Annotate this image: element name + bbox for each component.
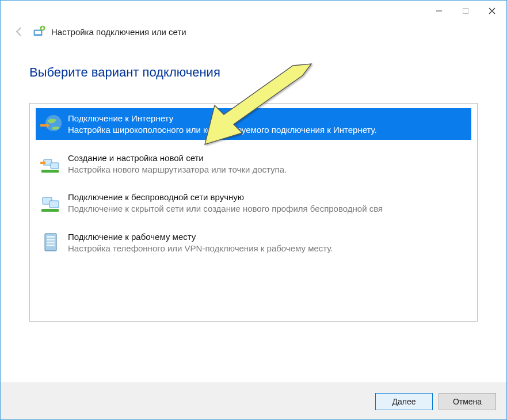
- wizard-window: Настройка подключения или сети Выберите …: [0, 0, 507, 420]
- option-title: Подключение к Интернету: [68, 113, 468, 124]
- svg-rect-17: [47, 236, 55, 238]
- globe-icon: [39, 112, 63, 136]
- svg-rect-18: [47, 239, 55, 240]
- option-title: Подключение к беспроводной сети вручную: [68, 192, 468, 203]
- back-button[interactable]: [11, 24, 27, 40]
- router-icon: [39, 151, 63, 175]
- option-desc: Настройка телефонного или VPN-подключени…: [68, 243, 468, 254]
- wizard-icon: [33, 25, 45, 38]
- option-desc: Настройка широкополосного или коммутируе…: [68, 124, 468, 136]
- header: Настройка подключения или сети: [1, 21, 506, 48]
- content: Выберите вариант подключения Подключение…: [1, 48, 506, 322]
- page-heading: Выберите вариант подключения: [29, 65, 478, 80]
- option-new-network[interactable]: Создание и настройка новой сети Настройк…: [36, 148, 471, 180]
- close-button[interactable]: [479, 2, 505, 20]
- option-title: Подключение к рабочему месту: [68, 231, 468, 243]
- options-list: Подключение к Интернету Настройка широко…: [29, 103, 478, 322]
- svg-rect-11: [51, 163, 59, 169]
- option-workplace[interactable]: Подключение к рабочему месту Настройка т…: [36, 227, 471, 258]
- option-title: Создание и настройка новой сети: [68, 152, 468, 164]
- option-desc: Подключение к скрытой сети или создание …: [68, 203, 468, 215]
- svg-rect-14: [49, 201, 59, 208]
- svg-rect-15: [41, 209, 59, 212]
- next-button[interactable]: Далее: [375, 393, 433, 410]
- maximize-button[interactable]: [452, 2, 479, 20]
- wizard-title: Настройка подключения или сети: [51, 27, 186, 37]
- svg-rect-12: [41, 170, 59, 173]
- cancel-button[interactable]: Отмена: [439, 393, 496, 410]
- titlebar: [1, 1, 506, 21]
- option-desc: Настройка нового маршрутизатора или точк…: [68, 164, 468, 175]
- option-wireless-manual[interactable]: Подключение к беспроводной сети вручную …: [36, 187, 471, 219]
- svg-rect-19: [47, 242, 55, 243]
- svg-rect-20: [47, 245, 55, 246]
- option-internet-connection[interactable]: Подключение к Интернету Настройка широко…: [36, 108, 471, 140]
- svg-rect-1: [463, 9, 468, 14]
- footer: Далее Отмена: [1, 383, 506, 419]
- minimize-button[interactable]: [426, 2, 452, 20]
- server-icon: [39, 230, 63, 254]
- svg-rect-5: [35, 31, 41, 34]
- wireless-icon: [39, 190, 63, 215]
